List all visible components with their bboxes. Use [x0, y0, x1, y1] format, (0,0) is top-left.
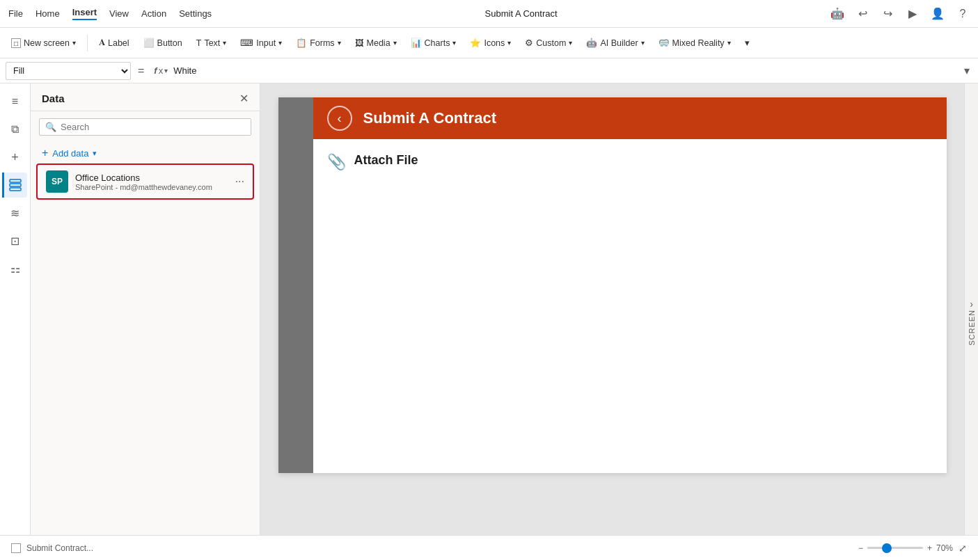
data-item-name: Office Locations — [75, 173, 212, 183]
menu-file[interactable]: File — [8, 8, 23, 19]
menu-settings[interactable]: Settings — [179, 8, 212, 19]
side-strip — [278, 97, 313, 473]
equals-sign: = — [134, 65, 148, 77]
search-input[interactable] — [61, 122, 245, 132]
menu-view[interactable]: View — [109, 8, 129, 19]
search-icon: 🔍 — [45, 122, 56, 132]
status-bar-left: Submit Contract... — [11, 543, 93, 553]
sharepoint-icon: SP — [46, 170, 68, 193]
back-button[interactable]: ‹ — [327, 106, 352, 131]
icon-bar: ≡ ⧉ + ≋ ⊡ ⚏ — [0, 83, 31, 560]
data-icon[interactable] — [2, 173, 27, 198]
add-data-button[interactable]: + Add data ▾ — [31, 143, 260, 163]
app-body: 📎 Attach File — [313, 139, 947, 473]
ai-builder-button[interactable]: 🤖 AI Builder ▾ — [581, 35, 649, 51]
theme-icon[interactable]: ⚏ — [3, 256, 28, 281]
attach-icon: 📎 — [327, 153, 346, 171]
forms-button[interactable]: 📋 Forms ▾ — [290, 35, 346, 51]
mixed-reality-button[interactable]: 🥽 Mixed Reality ▾ — [653, 35, 736, 51]
custom-button[interactable]: ⚙ Custom ▾ — [519, 35, 578, 51]
data-panel: Data ✕ 🔍 + Add data ▾ SP Office Location… — [31, 83, 260, 560]
screen-name: Submit Contract... — [26, 543, 93, 553]
button-button[interactable]: ⬜ Button — [138, 35, 188, 51]
app-canvas: ‹ Submit A Contract 📎 Attach File — [278, 97, 947, 473]
zoom-out-icon[interactable]: − — [858, 543, 863, 553]
new-screen-button[interactable]: □ New screen ▾ — [6, 35, 81, 51]
data-item-subtitle: SharePoint - md@matthewdevaney.com — [75, 183, 212, 191]
right-panel: › SCREEN — [964, 83, 978, 560]
data-panel-title: Data — [42, 93, 65, 104]
screen-label: SCREEN — [968, 310, 976, 346]
status-bar-right: − + 70% ⤢ — [858, 543, 967, 554]
text-button[interactable]: T Text ▾ — [191, 35, 232, 51]
screen-checkbox[interactable] — [11, 543, 21, 553]
components-icon[interactable]: ⊡ — [3, 228, 28, 253]
variables-icon[interactable]: ≋ — [3, 200, 28, 225]
svg-rect-0 — [10, 179, 21, 182]
app-header: ‹ Submit A Contract — [313, 97, 947, 139]
formula-input[interactable] — [173, 62, 959, 80]
layers-icon[interactable]: ⧉ — [3, 117, 28, 142]
menu-insert[interactable]: Insert — [72, 7, 97, 20]
icons-button[interactable]: ⭐ Icons ▾ — [464, 35, 516, 51]
input-button[interactable]: ⌨ Input ▾ — [235, 35, 287, 51]
collapse-right-panel-icon[interactable]: › — [970, 298, 973, 310]
help-icon[interactable]: ? — [956, 7, 970, 21]
more-ribbon-button[interactable]: ▾ — [739, 35, 755, 51]
menu-home[interactable]: Home — [36, 8, 60, 19]
canvas-area: ‹ Submit A Contract 📎 Attach File — [260, 83, 964, 560]
data-search-box[interactable]: 🔍 — [39, 118, 251, 136]
main-layout: ≡ ⧉ + ≋ ⊡ ⚏ Data ✕ 🔍 + Add data ▾ — [0, 83, 978, 560]
svg-rect-1 — [10, 184, 21, 186]
svg-rect-2 — [10, 188, 21, 191]
data-panel-header: Data ✕ — [31, 83, 260, 111]
fit-screen-icon[interactable]: ⤢ — [959, 543, 967, 554]
attach-label: Attach File — [354, 153, 418, 168]
zoom-in-icon[interactable]: + — [927, 543, 932, 553]
data-item-more-icon[interactable]: ··· — [235, 175, 244, 188]
app-header-title: Submit A Contract — [363, 109, 496, 127]
media-button[interactable]: 🖼 Media ▾ — [349, 35, 402, 51]
data-item-info: Office Locations SharePoint - md@matthew… — [75, 173, 212, 191]
label-button[interactable]: 𝐀 Label — [93, 35, 135, 51]
fx-button[interactable]: fx ▾ — [151, 65, 171, 76]
data-item[interactable]: SP Office Locations SharePoint - md@matt… — [36, 163, 254, 200]
close-data-panel-icon[interactable]: ✕ — [239, 92, 249, 105]
ribbon: □ New screen ▾ 𝐀 Label ⬜ Button T Text ▾… — [0, 28, 978, 58]
title-bar-actions: 🤖 ↩ ↪ ▶ 👤 ? — [830, 7, 970, 21]
hamburger-menu-icon[interactable]: ≡ — [3, 89, 28, 114]
app-content: ‹ Submit A Contract 📎 Attach File — [313, 97, 947, 473]
insert-icon[interactable]: + — [3, 145, 28, 170]
user-icon[interactable]: 👤 — [931, 7, 945, 21]
ribbon-divider-1 — [87, 35, 88, 51]
expand-formula-icon[interactable]: ▾ — [961, 64, 972, 77]
app-title: Submit A Contract — [485, 8, 558, 19]
copilot-icon[interactable]: 🤖 — [830, 7, 844, 21]
zoom-value: 70% — [936, 543, 953, 553]
plus-icon: + — [42, 147, 48, 159]
zoom-control: − + 70% — [858, 543, 953, 553]
redo-icon[interactable]: ↪ — [881, 7, 894, 21]
play-icon[interactable]: ▶ — [906, 7, 920, 21]
charts-button[interactable]: 📊 Charts ▾ — [405, 35, 462, 51]
title-bar-menu: File Home Insert View Action Settings — [8, 7, 212, 20]
property-selector[interactable]: Fill — [6, 62, 131, 80]
title-bar: File Home Insert View Action Settings Su… — [0, 0, 978, 28]
formula-bar: Fill = fx ▾ ▾ — [0, 58, 978, 83]
data-item-left: SP Office Locations SharePoint - md@matt… — [46, 170, 212, 193]
undo-icon[interactable]: ↩ — [855, 7, 869, 21]
menu-action[interactable]: Action — [141, 8, 166, 19]
status-bar: Submit Contract... − + 70% ⤢ — [0, 535, 978, 560]
zoom-slider[interactable] — [867, 547, 923, 549]
